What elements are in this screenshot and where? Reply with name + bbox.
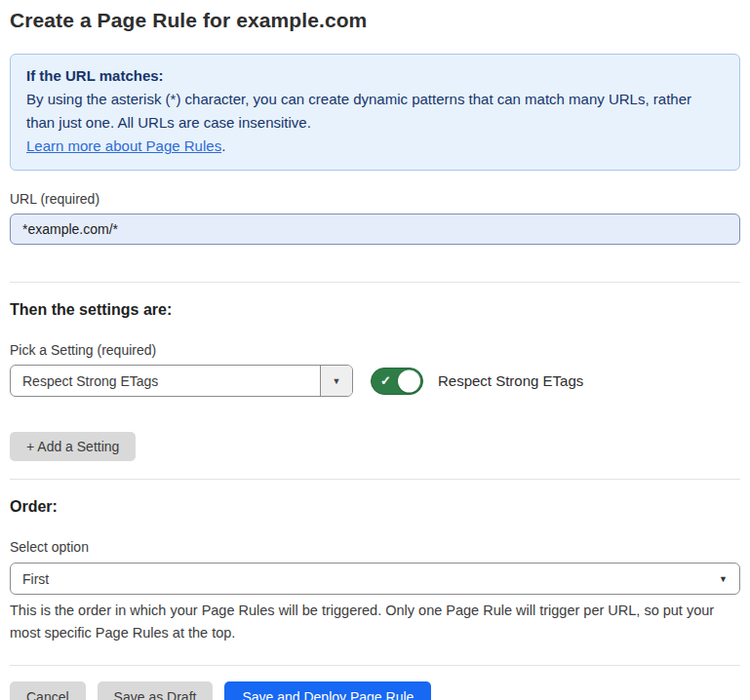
chevron-down-icon[interactable]: ▼ <box>320 366 352 396</box>
divider <box>10 665 740 666</box>
link-period: . <box>221 137 225 154</box>
cancel-button[interactable]: Cancel <box>10 681 86 700</box>
info-box-link-line: Learn more about Page Rules. <box>26 135 724 158</box>
url-input[interactable] <box>10 214 740 245</box>
select-option-label: Select option <box>10 539 740 555</box>
create-page-rule-panel: Create a Page Rule for example.com If th… <box>0 0 750 700</box>
setting-toggle-group: ✓ Respect Strong ETags <box>371 368 583 395</box>
action-bar: Cancel Save as Draft Save and Deploy Pag… <box>10 681 740 700</box>
add-setting-button[interactable]: + Add a Setting <box>10 432 136 461</box>
order-select-value: First <box>11 571 719 587</box>
setting-toggle[interactable]: ✓ <box>371 368 423 395</box>
url-label: URL (required) <box>10 191 740 207</box>
info-box-heading: If the URL matches: <box>26 64 724 88</box>
toggle-knob <box>398 369 420 392</box>
setting-toggle-label: Respect Strong ETags <box>438 372 583 389</box>
setting-select[interactable]: Respect Strong ETags ▼ <box>10 365 353 397</box>
pick-setting-label: Pick a Setting (required) <box>10 342 740 358</box>
setting-select-value: Respect Strong ETags <box>11 373 320 389</box>
order-help-text: This is the order in which your Page Rul… <box>10 600 736 644</box>
order-heading: Order: <box>10 498 740 516</box>
setting-row: Respect Strong ETags ▼ ✓ Respect Strong … <box>10 365 740 397</box>
divider <box>10 479 740 480</box>
chevron-down-icon: ▼ <box>719 574 728 584</box>
page-title: Create a Page Rule for example.com <box>10 9 740 32</box>
settings-heading: Then the settings are: <box>10 301 740 319</box>
learn-more-link[interactable]: Learn more about Page Rules <box>26 137 221 154</box>
url-match-info-box: If the URL matches: By using the asteris… <box>10 54 740 171</box>
divider <box>10 282 740 283</box>
save-draft-button[interactable]: Save as Draft <box>98 681 214 700</box>
info-box-body: By using the asterisk (*) character, you… <box>26 88 724 135</box>
save-deploy-button[interactable]: Save and Deploy Page Rule <box>224 681 431 700</box>
check-icon: ✓ <box>380 374 391 387</box>
order-select[interactable]: First ▼ <box>10 563 740 595</box>
